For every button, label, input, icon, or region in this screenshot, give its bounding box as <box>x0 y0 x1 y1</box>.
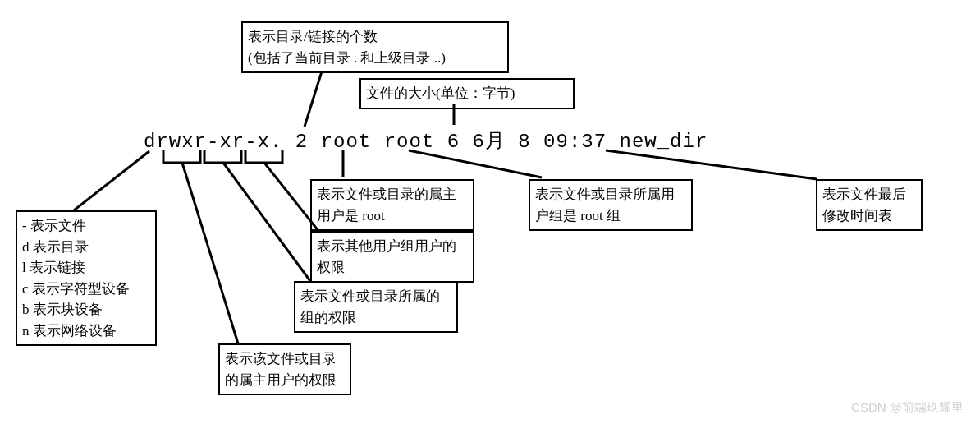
box-group-perm-l1: 表示文件或目录所属的 <box>300 286 451 307</box>
box-filetypes: - 表示文件 d 表示目录 l 表示链接 c 表示字符型设备 b 表示块设备 n… <box>16 210 157 346</box>
svg-line-5 <box>606 150 817 179</box>
box-owner-user: 表示文件或目录的属主 用户是 root <box>310 179 474 231</box>
box-mtime-l2: 修改时间表 <box>822 205 916 227</box>
box-owner-group: 表示文件或目录所属用 户组是 root 组 <box>529 179 693 231</box>
box-other-perm-l1: 表示其他用户组用户的 <box>317 236 468 257</box>
filetype-file: - 表示文件 <box>22 215 150 237</box>
filetype-blockdev: b 表示块设备 <box>22 299 150 320</box>
svg-line-2 <box>74 151 149 210</box>
box-owner-user-l2: 用户是 root <box>317 205 468 227</box>
filetype-link: l 表示链接 <box>22 257 150 279</box>
box-group-perm-l2: 组的权限 <box>300 307 451 329</box>
box-group-perm: 表示文件或目录所属的 组的权限 <box>294 281 458 333</box>
box-link-count-l1: 表示目录/链接的个数 <box>248 26 502 48</box>
svg-line-0 <box>305 71 322 127</box>
box-filesize-text: 文件的大小(单位：字节) <box>366 85 515 101</box>
svg-line-6 <box>182 163 238 343</box>
box-link-count: 表示目录/链接的个数 (包括了当前目录 . 和上级目录 ..) <box>241 21 509 73</box>
box-owner-user-l1: 表示文件或目录的属主 <box>317 184 468 205</box>
svg-line-7 <box>223 163 310 281</box>
ls-output-line: drwxr-xr-x. 2 root root 6 6月 8 09:37 new… <box>144 127 708 154</box>
box-mtime: 表示文件最后 修改时间表 <box>816 179 923 231</box>
box-mtime-l1: 表示文件最后 <box>822 184 916 205</box>
box-owner-group-l2: 户组是 root 组 <box>535 205 686 227</box>
watermark: CSDN @前端玖耀里 <box>851 400 964 416</box>
filetype-dir: d 表示目录 <box>22 237 150 258</box>
box-owner-group-l1: 表示文件或目录所属用 <box>535 184 686 205</box>
box-other-perm: 表示其他用户组用户的 权限 <box>310 231 474 283</box>
box-owner-perm: 表示该文件或目录 的属主用户的权限 <box>218 343 351 395</box>
box-owner-perm-l2: 的属主用户的权限 <box>225 370 345 391</box>
box-other-perm-l2: 权限 <box>317 257 468 279</box>
box-link-count-l2: (包括了当前目录 . 和上级目录 ..) <box>248 48 502 69</box>
filetype-chardev: c 表示字符型设备 <box>22 279 150 300</box>
box-owner-perm-l1: 表示该文件或目录 <box>225 348 345 370</box>
box-filesize: 文件的大小(单位：字节) <box>359 78 575 109</box>
filetype-netdev: n 表示网络设备 <box>22 320 150 342</box>
svg-line-4 <box>409 150 542 177</box>
